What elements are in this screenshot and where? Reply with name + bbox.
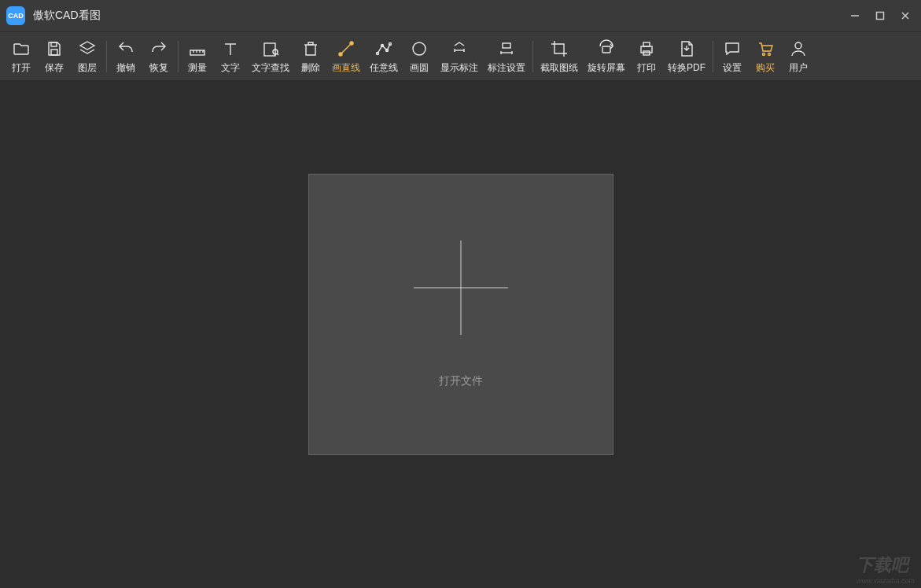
- line-icon: [335, 38, 357, 60]
- redo-button[interactable]: 恢复: [142, 35, 175, 78]
- show-annotation-button[interactable]: 显示标注: [436, 35, 483, 78]
- tool-label: 文字: [221, 61, 240, 75]
- tool-label: 保存: [45, 61, 64, 75]
- svg-rect-6: [190, 50, 204, 55]
- maximize-button[interactable]: [871, 6, 890, 25]
- plus-icon: [414, 241, 508, 335]
- svg-rect-32: [641, 46, 652, 53]
- save-icon: [43, 38, 65, 60]
- rotate-screen-button[interactable]: 旋转屏幕: [583, 35, 630, 78]
- toolbar: 打开 保存 图层 撤销 恢复: [0, 31, 921, 80]
- redo-icon: [148, 38, 170, 60]
- undo-button[interactable]: 撤销: [109, 35, 142, 78]
- tool-label: 转换PDF: [668, 61, 705, 75]
- minimize-button[interactable]: [845, 6, 864, 25]
- undo-icon: [115, 38, 137, 60]
- rotate-icon: [595, 38, 617, 60]
- tool-label: 任意线: [370, 61, 398, 75]
- tool-label: 购买: [756, 61, 775, 75]
- svg-point-23: [413, 42, 426, 55]
- svg-point-17: [339, 53, 342, 56]
- measure-button[interactable]: 测量: [181, 35, 214, 78]
- folder-open-icon: [10, 38, 32, 60]
- polyline-icon: [373, 38, 395, 60]
- tool-label: 截取图纸: [540, 61, 578, 75]
- print-icon: [635, 38, 658, 60]
- svg-point-18: [350, 42, 353, 45]
- layers-icon: [76, 38, 98, 60]
- tool-label: 恢复: [149, 61, 168, 75]
- separator: [713, 41, 713, 72]
- svg-rect-27: [503, 43, 510, 48]
- tool-label: 图层: [78, 61, 97, 75]
- tool-label: 画圆: [410, 61, 429, 75]
- tool-label: 旋转屏幕: [588, 61, 625, 75]
- user-button[interactable]: 用户: [782, 35, 815, 78]
- tool-label: 打印: [637, 61, 656, 75]
- separator: [178, 41, 179, 72]
- tool-label: 设置: [723, 61, 742, 75]
- tool-label: 撤销: [116, 61, 135, 75]
- svg-line-15: [277, 53, 278, 55]
- app-title: 傲软CAD看图: [33, 9, 101, 23]
- tool-label: 文字查找: [252, 61, 289, 75]
- find-text-icon: [260, 38, 282, 60]
- draw-line-button[interactable]: 画直线: [327, 35, 365, 78]
- trash-icon: [300, 38, 322, 60]
- convert-pdf-button[interactable]: 转换PDF: [663, 35, 710, 78]
- chat-icon: [721, 38, 743, 60]
- buy-button[interactable]: 购买: [749, 35, 782, 78]
- titlebar: CAD 傲软CAD看图: [0, 0, 921, 31]
- separator: [532, 41, 533, 72]
- pdf-icon: [676, 38, 698, 60]
- separator: [106, 41, 107, 72]
- canvas-area: 打开文件: [0, 80, 921, 588]
- open-file-dropzone[interactable]: 打开文件: [308, 174, 613, 455]
- svg-rect-1: [877, 13, 884, 20]
- crop-drawing-button[interactable]: 截取图纸: [536, 35, 583, 78]
- app-logo-icon: CAD: [6, 6, 25, 25]
- delete-button[interactable]: 删除: [294, 35, 327, 78]
- save-button[interactable]: 保存: [38, 35, 71, 78]
- circle-icon: [408, 38, 430, 60]
- tool-label: 显示标注: [440, 61, 478, 75]
- svg-point-37: [768, 53, 771, 56]
- tool-label: 删除: [301, 61, 320, 75]
- open-file-label: 打开文件: [439, 374, 483, 388]
- tool-label: 测量: [188, 61, 207, 75]
- layers-button[interactable]: 图层: [71, 35, 104, 78]
- tool-label: 画直线: [332, 61, 360, 75]
- svg-rect-5: [51, 50, 57, 55]
- svg-rect-4: [51, 42, 57, 46]
- find-text-button[interactable]: 文字查找: [247, 35, 294, 78]
- open-button[interactable]: 打开: [5, 35, 38, 78]
- svg-rect-33: [643, 42, 650, 46]
- settings-button[interactable]: 设置: [716, 35, 749, 78]
- tool-label: 用户: [789, 61, 808, 75]
- print-button[interactable]: 打印: [630, 35, 663, 78]
- cart-icon: [754, 38, 776, 60]
- annotation-settings-button[interactable]: 标注设置: [483, 35, 530, 78]
- svg-point-38: [795, 42, 801, 49]
- draw-circle-button[interactable]: 画圆: [403, 35, 436, 78]
- svg-line-16: [341, 43, 352, 54]
- window-controls: [845, 6, 915, 25]
- close-button[interactable]: [896, 6, 915, 25]
- annotation-show-icon: [448, 38, 470, 60]
- user-icon: [787, 38, 809, 60]
- tool-label: 打开: [12, 61, 31, 75]
- text-icon: [219, 38, 241, 60]
- svg-rect-31: [602, 46, 610, 53]
- tool-label: 标注设置: [488, 61, 525, 75]
- ruler-icon: [186, 38, 208, 60]
- annotation-settings-icon: [495, 38, 518, 60]
- crop-icon: [548, 38, 570, 60]
- text-button[interactable]: 文字: [214, 35, 247, 78]
- svg-point-36: [763, 53, 765, 56]
- free-line-button[interactable]: 任意线: [365, 35, 403, 78]
